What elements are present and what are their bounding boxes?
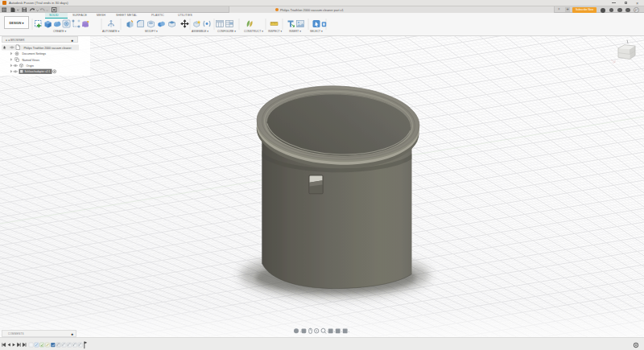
svg-text:Named Views: Named Views (23, 59, 40, 62)
svg-text:Origin: Origin (27, 64, 34, 68)
svg-text:Philips Triathlon 2000 vacuum: Philips Triathlon 2000 vacuum cleaner (24, 47, 72, 50)
svg-text:Document Settings: Document Settings (23, 52, 47, 56)
svg-text:Schlauchadapter v2:1: Schlauchadapter v2:1 (25, 70, 51, 73)
